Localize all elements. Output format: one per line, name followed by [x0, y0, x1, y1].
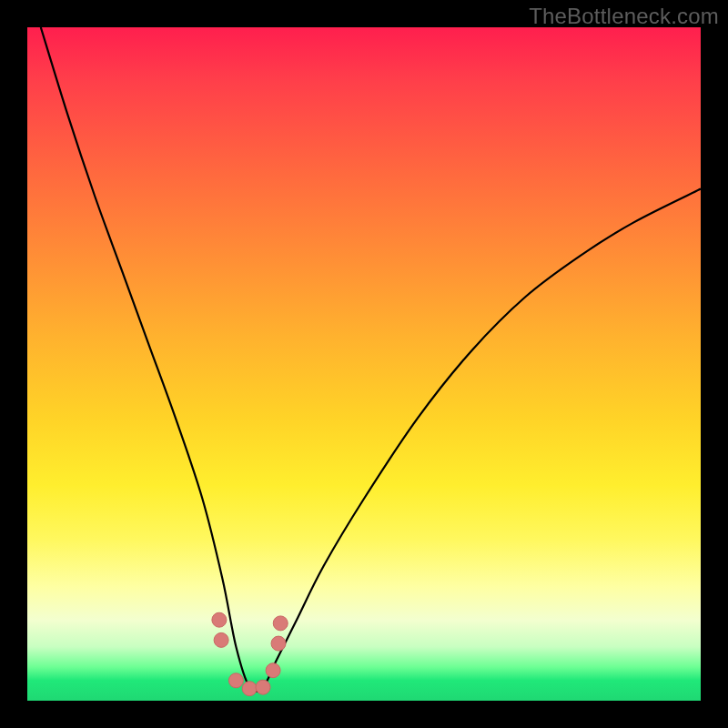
chart-svg — [27, 27, 701, 701]
highlight-markers-group — [212, 612, 288, 695]
highlight-marker — [271, 636, 286, 651]
highlight-marker — [273, 616, 288, 631]
chart-frame: TheBottleneck.com — [0, 0, 728, 728]
highlight-marker — [214, 632, 228, 647]
highlight-marker — [242, 682, 257, 696]
plot-area — [27, 27, 701, 701]
bottleneck-curve — [41, 27, 701, 692]
watermark-text: TheBottleneck.com — [529, 4, 719, 29]
highlight-marker — [212, 612, 227, 627]
highlight-marker — [266, 663, 280, 678]
highlight-marker — [228, 673, 243, 688]
highlight-marker — [256, 680, 270, 694]
